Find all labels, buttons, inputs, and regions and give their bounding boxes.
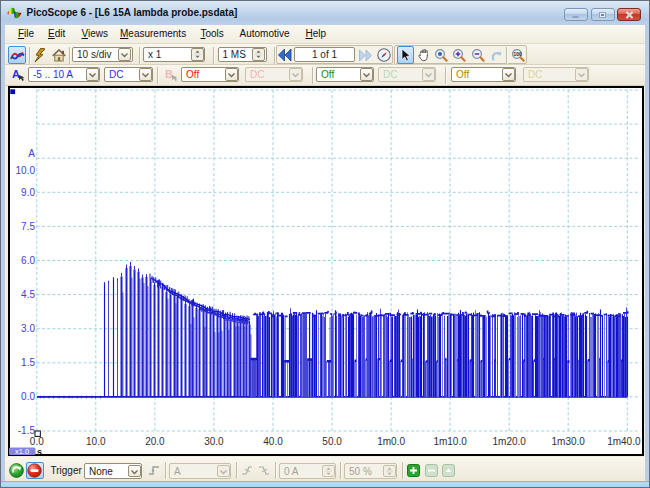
- svg-text:6.0: 6.0: [21, 255, 35, 266]
- svg-text:7.5: 7.5: [21, 221, 35, 232]
- svg-text:10.0: 10.0: [86, 436, 106, 447]
- svg-text:3.0: 3.0: [21, 323, 35, 334]
- svg-text:1m0.0: 1m0.0: [377, 436, 405, 447]
- svg-text:x1.0: x1.0: [15, 447, 29, 456]
- svg-text:1m30.0: 1m30.0: [552, 436, 586, 447]
- svg-text:1m20.0: 1m20.0: [493, 436, 527, 447]
- svg-text:1m40.0: 1m40.0: [607, 436, 641, 447]
- svg-text:40.0: 40.0: [263, 436, 283, 447]
- svg-text:10.0: 10.0: [16, 165, 36, 176]
- svg-text:20.0: 20.0: [145, 436, 165, 447]
- svg-text:30.0: 30.0: [204, 436, 224, 447]
- svg-text:4.5: 4.5: [21, 289, 35, 300]
- svg-text:1m10.0: 1m10.0: [433, 436, 467, 447]
- svg-text:1.5: 1.5: [21, 357, 35, 368]
- svg-text:0.0: 0.0: [21, 391, 35, 402]
- svg-text:9.0: 9.0: [21, 187, 35, 198]
- svg-text:A: A: [28, 148, 35, 159]
- svg-text:s: s: [37, 447, 42, 457]
- svg-text:50.0: 50.0: [322, 436, 342, 447]
- svg-text:0.0: 0.0: [30, 436, 44, 447]
